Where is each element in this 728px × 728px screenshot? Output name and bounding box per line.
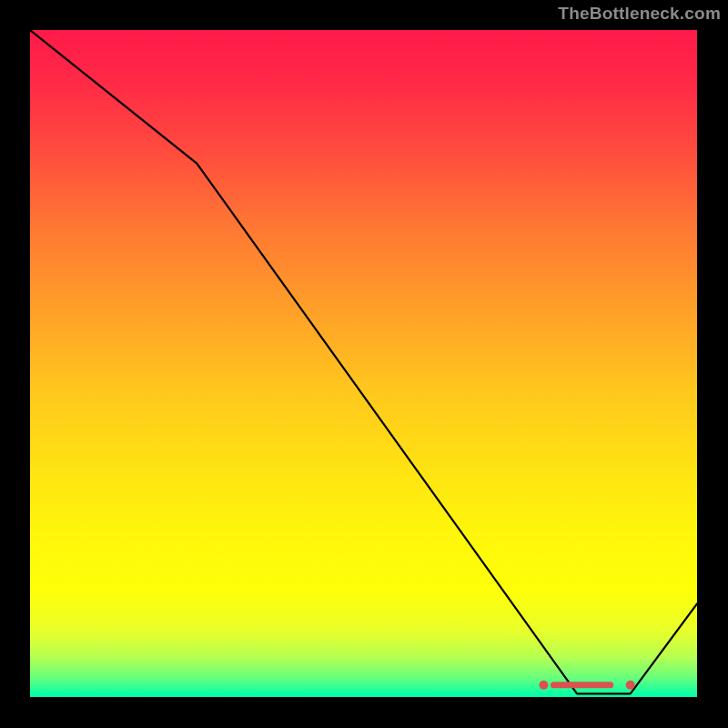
optimal-range-dot-right — [626, 681, 635, 690]
bottleneck-curve — [30, 30, 697, 693]
plot-area — [30, 30, 697, 697]
watermark-text: TheBottleneck.com — [558, 4, 721, 24]
chart-frame: TheBottleneck.com — [0, 0, 728, 728]
chart-svg — [30, 30, 697, 697]
optimal-range-dot-left — [539, 681, 548, 690]
